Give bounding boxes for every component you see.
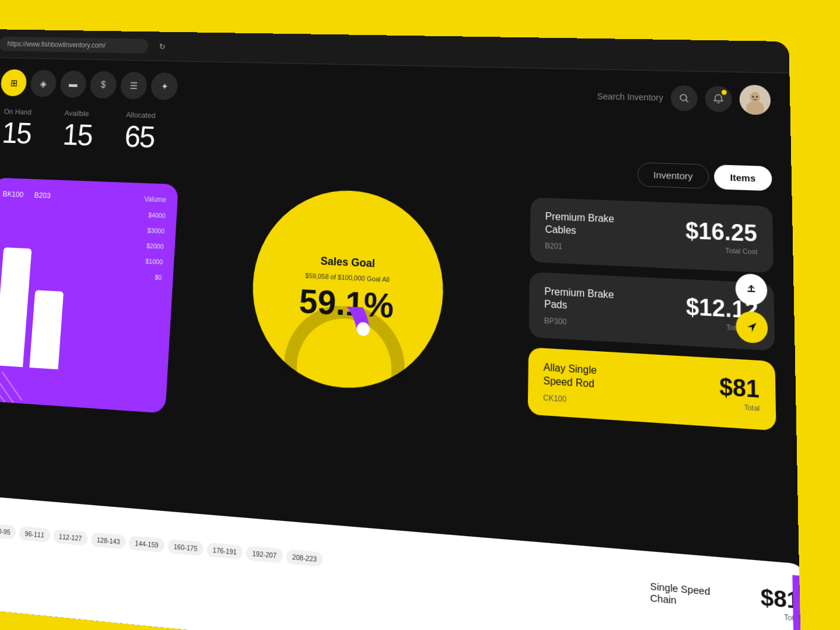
donut-chart bbox=[284, 303, 406, 379]
stat-on-hand: On Hand 15 bbox=[1, 107, 33, 148]
price-label-1: Total Cost bbox=[685, 244, 757, 255]
nav-icon-tag[interactable]: ◈ bbox=[30, 70, 57, 97]
range-chip-192[interactable]: 192-207 bbox=[246, 546, 283, 564]
product-card-brake-cables[interactable]: Premium Brake Cables B201 $16.25 Total C… bbox=[530, 197, 774, 272]
chart-labels: BK100 B203 bbox=[2, 190, 51, 200]
avatar-svg bbox=[740, 85, 771, 115]
range-chip-144[interactable]: 144-159 bbox=[129, 536, 165, 552]
send-icon bbox=[746, 321, 758, 333]
allocated-value: 65 bbox=[124, 121, 155, 152]
url-text: https://www.fishbowlinventory.com/ bbox=[7, 40, 106, 49]
bars-container bbox=[0, 247, 66, 369]
available-value: 15 bbox=[62, 120, 93, 150]
avatar-image bbox=[740, 85, 771, 115]
nav-icon-puzzle[interactable]: ✦ bbox=[150, 72, 178, 100]
volume-val-1000: $1000 bbox=[140, 257, 163, 265]
nav-icon-dollar[interactable]: $ bbox=[89, 71, 117, 99]
on-hand-label: On Hand bbox=[4, 107, 33, 117]
range-chip-160[interactable]: 160-175 bbox=[167, 539, 204, 556]
bell-icon bbox=[713, 94, 724, 104]
avatar bbox=[740, 85, 771, 115]
product-sku-1: B201 bbox=[545, 241, 646, 254]
on-hand-value: 15 bbox=[1, 118, 32, 148]
header-row: ⊞ ◈ ▬ $ ☰ ✦ Search Inventory bbox=[0, 69, 771, 116]
nav-icon-card[interactable]: ▬ bbox=[60, 71, 87, 98]
product-sku-2: BP300 bbox=[544, 316, 614, 329]
range-chip-128[interactable]: 128-143 bbox=[90, 532, 126, 549]
sales-goal-card: Sales Goal $59,058 of $100,000 Goal All … bbox=[249, 187, 446, 394]
chain-product-info: Single SpeedChain bbox=[650, 580, 710, 608]
price-value-3: $81 bbox=[719, 375, 760, 401]
upload-icon bbox=[746, 284, 758, 296]
search-label: Search Inventory bbox=[597, 92, 663, 103]
volume-val-0: $0 bbox=[139, 273, 162, 281]
bar-2 bbox=[29, 290, 64, 369]
stat-available: Availble 15 bbox=[62, 108, 94, 150]
product-info-2: Premium BrakePads BP300 bbox=[544, 285, 614, 330]
chart-label-2: B203 bbox=[34, 191, 51, 200]
stat-allocated: Allocated 65 bbox=[124, 110, 156, 152]
product-card-speed-rod[interactable]: Allay SingleSpeed Rod CK100 $81 Total bbox=[528, 348, 776, 431]
chart-label-1: BK100 bbox=[2, 190, 24, 199]
upload-button[interactable] bbox=[735, 273, 767, 306]
product-price-1: $16.25 Total Cost bbox=[685, 219, 757, 256]
chart-panel: BK100 B203 Valume $4000 $3000 $2000 $100… bbox=[0, 177, 178, 413]
range-chip-112[interactable]: 112-127 bbox=[52, 529, 88, 546]
allocated-label: Allocated bbox=[126, 110, 156, 120]
svg-line-10 bbox=[0, 372, 24, 400]
product-name-2: Premium BrakePads bbox=[544, 285, 614, 315]
fab-group bbox=[735, 273, 768, 344]
range-chip-96[interactable]: 96-111 bbox=[19, 526, 50, 542]
search-area: Search Inventory bbox=[597, 82, 771, 115]
price-label-3: Total bbox=[719, 402, 760, 412]
product-sku-3: CK100 bbox=[543, 393, 597, 405]
volume-val-4000: $4000 bbox=[143, 211, 166, 219]
items-toggle-button[interactable]: Items bbox=[714, 164, 772, 191]
nav-icon-doc[interactable]: ☰ bbox=[120, 72, 148, 100]
nav-icon-dashboard[interactable]: ⊞ bbox=[0, 69, 27, 97]
sales-goal-subtitle: $59,058 of $100,000 Goal All bbox=[305, 271, 390, 283]
diagonal-decoration bbox=[0, 364, 44, 405]
center-content: Sales Goal $59,058 of $100,000 Goal All … bbox=[177, 185, 519, 438]
sales-goal-title: Sales Goal bbox=[320, 254, 375, 270]
main-panel: https://www.fishbowlinventory.com/ ↻ ⊞ ◈… bbox=[0, 29, 802, 630]
toggle-group: Inventory Items bbox=[638, 162, 772, 191]
available-label: Availble bbox=[64, 108, 94, 118]
range-chip-80[interactable]: 80-95 bbox=[0, 523, 16, 540]
bar-1 bbox=[0, 247, 32, 367]
volume-values: $4000 $3000 $2000 $1000 $0 bbox=[139, 211, 166, 281]
product-name-1: Premium Brake Cables bbox=[545, 210, 646, 240]
product-name-3: Allay SingleSpeed Rod bbox=[543, 361, 597, 391]
product-price-3: $81 Total bbox=[719, 375, 760, 412]
volume-label: Valume bbox=[144, 195, 167, 204]
send-button[interactable] bbox=[736, 311, 768, 344]
product-info-1: Premium Brake Cables B201 bbox=[545, 210, 646, 254]
volume-val-3000: $3000 bbox=[142, 226, 165, 235]
volume-section: Valume $4000 $3000 $2000 $1000 $0 bbox=[139, 195, 167, 281]
notification-button[interactable] bbox=[705, 86, 732, 112]
range-chip-176[interactable]: 176-191 bbox=[206, 542, 243, 560]
svg-line-1 bbox=[686, 100, 688, 102]
main-content: BK100 B203 Valume $4000 $3000 $2000 $100… bbox=[0, 177, 776, 456]
chain-product-name: Single SpeedChain bbox=[650, 580, 710, 608]
stats-row: On Hand 15 Availble 15 Allocated 65 bbox=[0, 107, 156, 152]
product-info-3: Allay SingleSpeed Rod CK100 bbox=[543, 361, 597, 405]
search-button[interactable] bbox=[671, 85, 698, 111]
donut-svg bbox=[284, 303, 406, 379]
range-chip-208[interactable]: 208-223 bbox=[286, 550, 323, 567]
notification-badge bbox=[722, 90, 727, 95]
inventory-toggle-button[interactable]: Inventory bbox=[638, 162, 709, 189]
nav-icons: ⊞ ◈ ▬ $ ☰ ✦ bbox=[0, 69, 178, 100]
reload-icon[interactable]: ↻ bbox=[159, 41, 166, 51]
stats-toggle-row: On Hand 15 Availble 15 Allocated 65 Inve… bbox=[0, 107, 772, 191]
price-value-1: $16.25 bbox=[685, 219, 757, 245]
volume-val-2000: $2000 bbox=[141, 242, 164, 250]
app-content: ⊞ ◈ ▬ $ ☰ ✦ Search Inventory bbox=[0, 58, 802, 630]
svg-rect-12 bbox=[747, 290, 755, 292]
search-icon bbox=[679, 93, 689, 103]
browser-url-bar[interactable]: https://www.fishbowlinventory.com/ bbox=[0, 36, 149, 53]
